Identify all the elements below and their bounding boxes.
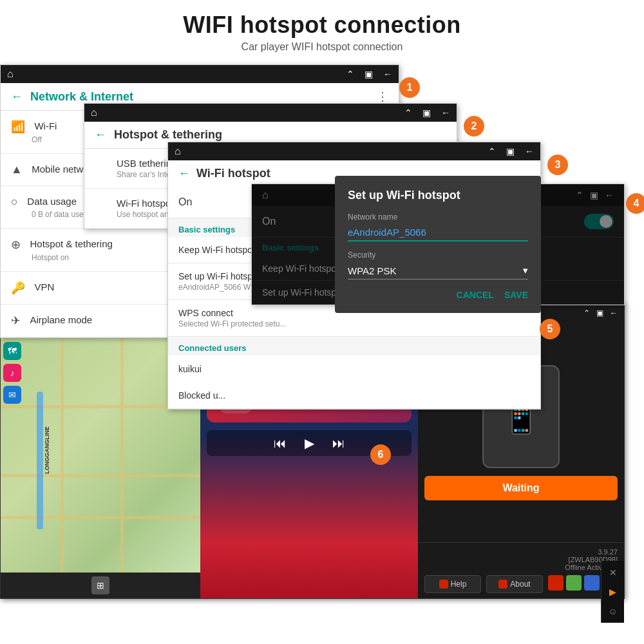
help-label: Help [451,580,467,589]
hotspot-label: Hotspot & tethering [30,238,112,249]
screen2-title: Hotspot & tethering [114,128,446,142]
wifi-label: Wi-Fi [34,120,57,131]
vpn-icon: 🔑 [11,281,25,295]
zulink-footer: 3.9.27[ZWLAB90D98]Offline Activation Hel… [418,542,624,598]
home-icon: ⌂ [7,68,14,80]
back-icon-5: ← [610,308,618,317]
help-icon [439,580,448,589]
chevron-icon-3: ⌃ [488,146,496,156]
road-vertical-1 [61,323,64,598]
arrow-right-icon[interactable]: ▶ [609,587,616,597]
messages-icon[interactable]: ✉ [3,386,21,404]
road-horizontal-3 [1,516,200,519]
square-icon: ▣ [365,69,373,79]
carplay-icon[interactable] [548,575,564,591]
dialog-title: Set up Wi-Fi hotspot [348,189,528,202]
main-content: ⌂ ⌃ ▣ ← ← Network & Internet ⋮ 📶 Wi-Fi O… [0,64,644,625]
map-apps-bar: ⊞ [1,573,200,598]
on-label: On [178,196,192,208]
maps-icon[interactable]: 🗺 [3,342,21,360]
dialog-overlay: Set up Wi-Fi hotspot Network name Securi… [252,184,624,305]
setup-dialog-box: Set up Wi-Fi hotspot Network name Securi… [335,176,541,313]
airplane-icon: ✈ [11,314,21,328]
wps-val: Selected Wi-Fi protected setu... [178,319,530,328]
user-name: kuikui [178,364,202,374]
more-options-icon[interactable]: ⋮ [377,90,388,104]
waiting-button[interactable]: Waiting [424,476,618,500]
page-header: WIFI hotspot connection Car player WIFI … [0,0,644,59]
security-select[interactable]: WPA2 PSK ▾ [348,262,528,279]
back-icon-2: ← [441,108,450,118]
android-auto-icon[interactable] [566,575,582,591]
step-badge-6: 6 [370,444,391,465]
square-icon-3: ▣ [506,146,515,156]
cancel-button[interactable]: CANCEL [457,290,494,300]
step-badge-3: 3 [547,155,568,175]
page-title: WIFI hotspot connection [13,12,631,39]
step-badge-4: 4 [626,193,644,214]
back-icon: ← [383,69,392,79]
security-label: Security [348,251,528,260]
step-badge-2: 2 [464,116,484,137]
home-icon-3: ⌂ [175,146,181,157]
river-element [37,392,43,529]
play-button[interactable]: ▶ [305,435,314,451]
security-value: WPA2 PSK [348,265,397,276]
road-name-label: LONGGANGLINE [44,426,50,474]
square-icon-5: ▣ [596,308,603,317]
version-text: 3.9.27[ZWLAB90D98]Offline Activation [424,548,618,571]
mobile-icon: ▲ [11,163,23,176]
prev-button[interactable]: ⏮ [274,436,287,451]
save-button[interactable]: SAVE [504,290,528,300]
hotspot-icon: ⊕ [11,238,21,252]
vpn-label: VPN [34,281,54,292]
road-vertical-2 [120,323,124,598]
screen4-setup-dialog: ⌂ ⌃ ▣ ← On Basic settings Keep Wi-Fi hot… [251,184,625,305]
wifi-icon: 📶 [11,120,25,134]
zulink-bottom-buttons: Help About [424,575,618,593]
dropdown-arrow-icon: ▾ [523,265,528,276]
dialog-actions: CANCEL SAVE [348,290,528,300]
airplane-label: Airplane mode [30,314,92,325]
emoji-icon[interactable]: ☺ [608,606,617,616]
blocked-users-item[interactable]: Blocked u... [168,383,540,409]
side-icons-strip: ✕ ▶ ☺ [601,561,624,623]
chevron-icon-5: ⌃ [583,308,590,317]
page-subtitle: Car player WIFI hotspot connection [13,41,631,53]
close-side-icon[interactable]: ✕ [609,567,617,578]
back-arrow-icon[interactable]: ← [11,90,23,104]
back-arrow-2-icon[interactable]: ← [95,128,106,142]
chevron-icon-2: ⌃ [404,108,412,118]
network-name-input[interactable] [348,224,528,242]
blocked-label: Blocked u... [178,390,530,401]
next-button[interactable]: ⏭ [332,436,345,451]
road-horizontal-2 [1,474,200,477]
screen2-navbar: ⌂ ⌃ ▣ ← [84,104,457,122]
music-app-icon[interactable]: ♪ [3,364,21,382]
screen3-navbar: ⌂ ⌃ ▣ ← [168,142,540,160]
network-name-label: Network name [348,213,528,222]
home-icon-2: ⌂ [91,107,97,118]
back-icon-3: ← [525,146,534,156]
grid-icon[interactable]: ⊞ [91,576,109,594]
double-chevron-icon: ⌃ [346,69,354,79]
step-badge-5: 5 [540,319,560,339]
connected-users-label: Connected users [168,337,540,355]
data-label: Data usage [27,196,77,207]
about-label: About [510,580,530,589]
about-icon [498,580,507,589]
user-kuikui: kuikui [168,355,540,383]
about-button[interactable]: About [486,575,543,593]
screen1-title: Network & Internet [30,90,369,104]
screen1-navbar: ⌂ ⌃ ▣ ← [1,65,399,83]
map-app-icons: 🗺 ♪ ✉ [3,342,21,404]
data-icon: ○ [11,195,18,209]
screen3-title: Wi-Fi hotspot [196,167,270,180]
nav-icon-1[interactable] [584,575,600,591]
step-badge-1: 1 [399,77,420,98]
square-icon-2: ▣ [422,108,431,118]
back-arrow-3-icon[interactable]: ← [178,167,190,180]
help-button[interactable]: Help [424,575,481,593]
